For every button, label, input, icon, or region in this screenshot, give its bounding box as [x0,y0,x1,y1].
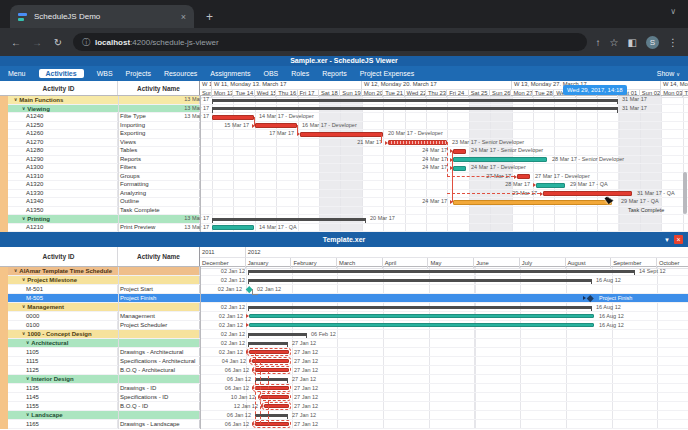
reload-icon[interactable]: ↻ [52,37,64,48]
group-row-architectural[interactable]: ∨Architectural 02 Jan 1227 Jan 12 [0,339,688,348]
table-row[interactable]: A1330Analyzing 29 Mar 1731 Mar 17 - QA [0,190,688,199]
group-row-printing[interactable]: ∨Printing 13 Mar 1720 Mar 17 [0,215,688,224]
menu-item-obs[interactable]: OBS [263,70,278,77]
app-menubar: Menu Activities WBS Projects Resources A… [0,66,688,81]
summary-bar[interactable] [248,333,307,336]
menu-item-activities[interactable]: Activities [39,69,84,78]
menu-item-resources[interactable]: Resources [164,70,197,77]
summary-bar[interactable] [212,99,618,102]
group-row-alamar[interactable]: ∨AlAmar Template Time Schedule 02 Jan 12… [0,267,688,276]
collapse-caret-icon[interactable]: ∨ [22,277,25,282]
table-row[interactable]: A1270Views 21 Mar 1723 Mar 17 - Senior D… [0,139,688,148]
group-row-landscape[interactable]: ∨Landscape 06 Jan 1227 Jan 12 [0,411,688,420]
group-row-project-milestone[interactable]: ∨Project Milestone 02 Jan 1216 Aug 12 [0,276,688,285]
task-bar[interactable] [252,359,289,364]
table-row[interactable]: 1145Specifications - ID 10 Jan 1227 Jan … [0,393,688,402]
table-row[interactable]: 1125B.O.Q - Architectural 06 Jan 1227 Ja… [0,366,688,375]
share-icon[interactable]: ↑ [596,37,601,48]
group-row-interior-design[interactable]: ∨Interior Design 06 Jan 1227 Jan 12 [0,375,688,384]
task-bar[interactable] [517,174,530,179]
menu-item-assignments[interactable]: Assignments [210,70,250,77]
table-row[interactable]: 1155B.O.Q - ID 12 Jan 1227 Jan 12 [0,402,688,411]
dependency-line [447,142,448,177]
summary-bar[interactable] [248,279,592,282]
menu-item-projects[interactable]: Projects [126,70,151,77]
collapse-caret-icon[interactable]: ∨ [22,304,25,309]
task-bar[interactable] [536,183,565,188]
collapse-caret-icon[interactable]: ∨ [22,216,25,221]
menu-item-roles[interactable]: Roles [291,70,309,77]
task-bar[interactable] [249,323,594,328]
window2-titlebar[interactable]: Template.xer ▼ × [0,232,688,247]
task-bar[interactable] [249,314,594,319]
summary-bar[interactable] [212,107,618,110]
table-row[interactable]: 1115Specifications - Architectural 04 Ja… [0,357,688,366]
table-row[interactable]: M-501Project Start 02 Jan 1202 Jan 12 [0,285,688,294]
task-bar[interactable] [453,200,612,205]
tab-close-icon[interactable]: × [181,12,186,22]
task-bar[interactable] [453,157,547,162]
url-bar[interactable]: ⓘ localhost:4200/schedule-js-viewer [73,33,587,51]
collapse-caret-icon[interactable]: ∨ [26,412,29,417]
show-dropdown[interactable]: Show∨ [657,70,680,77]
filter-icon[interactable]: ▼ [664,237,670,243]
table-row[interactable]: 0100Project Scheduler 02 Jan 1216 Aug 12 [0,321,688,330]
tab-search-chevron-icon[interactable]: ∨ [670,7,676,16]
table-row[interactable]: A1290Reports 24 Mar 1728 Mar 17 - Senior… [0,156,688,165]
task-bar[interactable] [255,123,297,128]
close-window-icon[interactable]: × [674,235,683,244]
summary-bar[interactable] [248,306,592,309]
menu-item-project-expenses[interactable]: Project Expenses [360,70,414,77]
collapse-caret-icon[interactable]: ∨ [22,106,25,111]
table-row[interactable]: 1165Drawings - Landscape 06 Jan 1227 Jan… [0,420,688,429]
collapse-caret-icon[interactable]: ∨ [22,331,25,336]
task-bar[interactable] [212,115,254,120]
collapse-caret-icon[interactable]: ∨ [26,340,29,345]
back-icon[interactable]: ← [10,37,22,48]
menu-item-menu[interactable]: Menu [8,70,26,77]
browser-menu-kebab-icon[interactable]: ⋮ [668,37,678,48]
site-info-icon[interactable]: ⓘ [82,37,90,48]
task-bar[interactable] [453,166,466,171]
task-bar[interactable] [212,225,254,230]
browser-tab[interactable]: ScheduleJS Demo × [10,5,194,28]
table-row[interactable]: A1240Filte Type 13 Mar 1714 Mar 17 - Dev… [0,113,688,122]
menu-item-wbs[interactable]: WBS [97,70,113,77]
vertical-scrollbar[interactable] [683,172,688,214]
menu-item-reports[interactable]: Reports [322,70,347,77]
table-row[interactable]: 0000Management 02 Jan 1216 Aug 12 [0,312,688,321]
task-bar[interactable] [388,140,447,145]
table-row[interactable]: A1280Tables 24 Mar 1724 Mar 17 - Senior … [0,147,688,156]
table-row[interactable]: A1260Exporting 17 Mar 1720 Mar 17 - Deve… [0,130,688,139]
table-row[interactable]: A1340Outline 24 Mar 1729 Mar 17 - QA [0,198,688,207]
sidepanel-icon[interactable]: ◧ [628,37,637,48]
summary-bar[interactable] [212,218,366,221]
task-bar[interactable] [261,395,289,400]
summary-bar[interactable] [248,270,635,273]
group-row-main-functions[interactable]: ∨Main Functions 13 Mar 1731 Mar 17 [0,96,688,105]
table-row[interactable]: A1320Formatting 28 Mar 1729 Mar 17 - QA [0,181,688,190]
table-row[interactable]: A1250Importing 15 Mar 1716 Mar 17 - Deve… [0,122,688,131]
summary-bar[interactable] [248,342,288,345]
task-bar[interactable] [300,132,383,137]
table-row[interactable]: A1350Task Complete Task Complete [0,207,688,216]
collapse-caret-icon[interactable]: ∨ [26,376,29,381]
forward-icon[interactable]: → [31,37,43,48]
collapse-caret-icon[interactable]: ∨ [14,97,17,102]
milestone-diamond[interactable] [587,295,593,301]
table-row[interactable]: A1300Filters 24 Mar 1724 Mar 17 - Develo… [0,164,688,173]
table-row[interactable]: A1310Groups 27 Mar 1727 Mar 17 - Develop… [0,173,688,182]
new-tab-button[interactable]: + [206,10,213,24]
task-bar[interactable] [453,149,466,154]
profile-avatar[interactable]: S [646,36,659,49]
group-row-viewing[interactable]: ∨Viewing 13 Mar 1731 Mar 17 [0,105,688,114]
table-row[interactable]: 1105Drawings - Architectural 02 Jan 1227… [0,348,688,357]
table-row[interactable]: A1210Print Preview 13 Mar 1714 Mar 17 - … [0,224,688,233]
group-row-management[interactable]: ∨Management 02 Jan 1216 Aug 12 [0,303,688,312]
bookmark-star-icon[interactable]: ☆ [610,37,619,48]
table-row-selected[interactable]: M-505Project Finish Project Finish [0,294,688,303]
table-row[interactable]: 1135Drawings - ID 06 Jan 1227 Jan 12 [0,384,688,393]
collapse-caret-icon[interactable]: ∨ [14,268,17,273]
group-row-concept-design[interactable]: ∨1000 - Concept Design 02 Jan 1206 Feb 1… [0,330,688,339]
task-bar[interactable] [543,191,632,196]
